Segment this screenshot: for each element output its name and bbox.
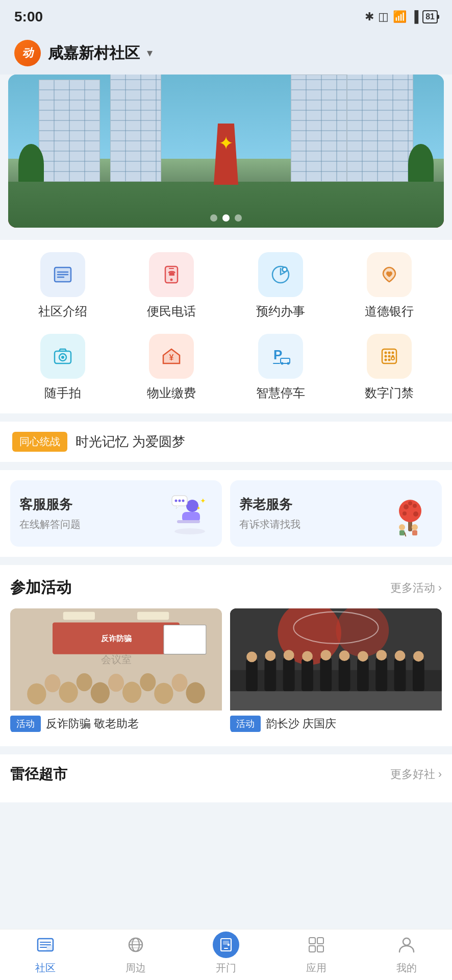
svg-line-56 (405, 532, 406, 536)
grid-item-property-fee[interactable]: ¥ 物业缴费 (117, 334, 227, 401)
phone-icon-box: ☎ (149, 252, 194, 297)
grid-item-phone[interactable]: ☎ 便民电话 (117, 252, 227, 320)
status-icons: ✱ ◫ 📶 ▐ 81 (365, 10, 438, 23)
svg-point-96 (395, 650, 406, 661)
svg-rect-104 (46, 945, 53, 951)
activity-image-1: 反诈防骗 (10, 608, 222, 710)
activity-image-2 (230, 608, 442, 710)
svg-rect-89 (339, 658, 350, 691)
svg-rect-113 (309, 938, 315, 944)
building-3 (347, 75, 413, 182)
banner-scene: ✦ (8, 75, 444, 228)
grid-item-photo[interactable]: 随手拍 (8, 334, 117, 401)
grid-item-appointment[interactable]: 预约办事 (226, 252, 335, 320)
svg-point-33 (388, 359, 391, 361)
svg-point-73 (171, 674, 187, 692)
grid-item-community-intro[interactable]: 社区介绍 (8, 252, 117, 320)
elderly-service-sub: 有诉求请找我 (239, 518, 300, 531)
banner-dot-3[interactable] (235, 214, 242, 222)
svg-rect-62 (164, 625, 206, 654)
nav-item-profile[interactable]: 我的 (362, 932, 452, 975)
svg-point-40 (175, 500, 178, 502)
svg-point-63 (27, 683, 46, 705)
svg-text:反诈防骗: 反诈防骗 (100, 634, 131, 643)
property-fee-icon-box: ¥ (149, 334, 194, 379)
svg-point-50 (413, 511, 418, 517)
service-section: 客服服务 在线解答问题 ✦ ✦ (0, 470, 452, 557)
svg-point-68 (186, 682, 205, 704)
svg-point-17 (61, 356, 64, 359)
bottom-navigation: 社区 周边 开门 (0, 929, 452, 980)
activities-title: 参加活动 (10, 577, 71, 598)
community-intro-label: 社区介绍 (38, 303, 87, 320)
grid-item-parking[interactable]: P 智慧停车 (226, 334, 335, 401)
svg-point-42 (182, 500, 185, 502)
nav-icon-profile (393, 932, 420, 958)
svg-point-54 (412, 524, 418, 530)
tag-badge[interactable]: 同心统战 (12, 432, 67, 452)
svg-point-94 (376, 650, 387, 660)
service-card-elderly[interactable]: 养老服务 有诉求请找我 (230, 480, 442, 547)
nav-item-community[interactable]: 社区 (0, 932, 90, 975)
grid-item-moral-bank[interactable]: 道德银行 (335, 252, 444, 320)
nav-label-profile: 我的 (396, 961, 417, 975)
service-card-customer[interactable]: 客服服务 在线解答问题 ✦ ✦ (10, 480, 222, 547)
activity-grid: 反诈防骗 (10, 608, 442, 734)
chevron-down-icon[interactable]: ▾ (147, 46, 153, 60)
bottom-preview-title: 雷径超市 (10, 765, 67, 784)
svg-point-28 (392, 352, 394, 354)
banner-star: ✦ (218, 133, 234, 154)
grid-item-digital-gate[interactable]: 数字门禁 (335, 334, 444, 401)
svg-text:¥: ¥ (169, 353, 174, 362)
banner-dot-2[interactable] (222, 214, 230, 222)
community-intro-icon (40, 252, 85, 297)
svg-point-90 (339, 650, 350, 661)
svg-point-117 (403, 938, 410, 945)
banner-carousel[interactable]: ✦ (8, 75, 444, 228)
svg-text:☎: ☎ (168, 270, 175, 277)
svg-rect-99 (230, 691, 442, 710)
svg-point-52 (399, 524, 405, 530)
bottom-preview-section: 雷径超市 更多好社 › (0, 754, 452, 802)
svg-point-69 (44, 674, 60, 692)
nav-item-nearby[interactable]: 周边 (90, 932, 181, 975)
tree-left (18, 144, 44, 185)
status-bar: 5:00 ✱ ◫ 📶 ▐ 81 (0, 0, 452, 31)
building-1 (39, 80, 100, 182)
nav-item-open-door[interactable]: 开门 (181, 932, 271, 975)
battery-indicator: 81 (422, 10, 438, 23)
nav-icon-open-door (213, 932, 239, 958)
parking-label: 智慧停车 (256, 385, 305, 401)
customer-service-sub: 在线解答问题 (19, 518, 81, 531)
svg-point-34 (391, 357, 394, 360)
icon-grid: 社区介绍 ☎ 便民电话 (8, 252, 444, 401)
svg-point-70 (77, 673, 92, 691)
svg-rect-93 (375, 658, 387, 691)
svg-rect-115 (309, 946, 315, 952)
banner-dot-1[interactable] (210, 214, 217, 222)
property-fee-label: 物业缴费 (147, 385, 196, 401)
digital-gate-label: 数字门禁 (365, 385, 414, 401)
svg-point-112 (228, 944, 230, 946)
activity-card-1[interactable]: 反诈防骗 (10, 608, 222, 734)
activities-more-button[interactable]: 更多活动 › (390, 580, 442, 596)
svg-point-84 (284, 650, 294, 660)
bottom-preview-more[interactable]: 更多好社 › (390, 767, 442, 782)
signal-icon: ▐ (411, 10, 419, 23)
moral-bank-label: 道德银行 (365, 303, 414, 320)
nav-item-apps[interactable]: 应用 (271, 932, 362, 975)
svg-text:✦: ✦ (200, 497, 206, 505)
svg-point-92 (358, 651, 368, 662)
elderly-service-image (387, 491, 433, 536)
activities-header: 参加活动 更多活动 › (10, 577, 442, 598)
icon-grid-section: 社区介绍 ☎ 便民电话 (0, 240, 452, 413)
activity-card-2[interactable]: 活动 韵长沙 庆国庆 (230, 608, 442, 734)
svg-point-41 (179, 500, 181, 502)
logo-text: 动 (22, 45, 33, 61)
nav-icon-apps (303, 932, 330, 958)
svg-rect-87 (320, 658, 332, 691)
svg-rect-91 (357, 659, 369, 691)
parking-icon-box: P (258, 334, 303, 379)
nav-icon-nearby (122, 932, 149, 958)
nav-label-apps: 应用 (306, 961, 327, 975)
